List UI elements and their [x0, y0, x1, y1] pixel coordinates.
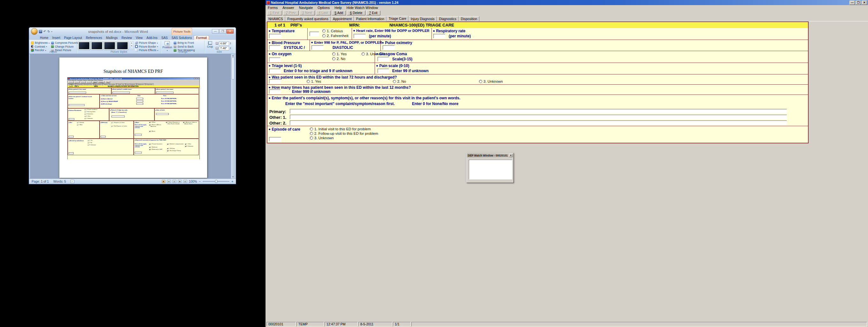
heart-rate-input[interactable] — [353, 34, 366, 38]
undo-icon[interactable]: ↶ — [43, 30, 46, 33]
word-count[interactable]: Words: 5 — [53, 180, 66, 183]
height-spinner[interactable]: 4.68"▲▼ — [216, 41, 231, 46]
tab-triage-care[interactable]: Triage Care — [386, 16, 408, 21]
tab-diagnostics[interactable]: Diagnostics — [437, 16, 459, 21]
compress-pictures-button[interactable]: Compress Pictures — [51, 41, 78, 45]
fahrenheit-option[interactable]: 2. Fahrenheit — [322, 34, 348, 38]
maximize-button[interactable]: ❐ — [856, 1, 861, 5]
document-scrollbar[interactable]: ▲ ▼ — [231, 54, 235, 179]
pain-scale-input[interactable] — [377, 69, 389, 73]
picture-style-thumbnail[interactable] — [117, 41, 128, 50]
tab-references[interactable]: References — [84, 36, 104, 40]
picture-style-thumbnail[interactable] — [78, 41, 90, 50]
pulse-oximetry-input[interactable] — [383, 46, 395, 50]
contrast-button[interactable]: Contrast▾ — [31, 45, 50, 49]
menu-options[interactable]: Options — [317, 6, 330, 9]
primary-complaint-input[interactable] — [290, 109, 787, 114]
word-titlebar[interactable]: ↶ ↻ ▾ snapshots of ed.docx - Microsoft W… — [29, 27, 236, 35]
first-button[interactable]: 1 First — [267, 10, 282, 15]
delete-button[interactable]: 6 Delete — [347, 10, 365, 15]
zoom-out-icon[interactable]: − — [199, 180, 201, 183]
gallery-scroll[interactable]: ▲▼⌄ — [130, 41, 133, 50]
stepper-icons[interactable]: ▲▼ — [230, 47, 231, 50]
episode-unknown-option[interactable]: 3. Unknown — [310, 136, 334, 140]
menu-forms[interactable]: Forms — [268, 6, 278, 9]
respiratory-rate-input[interactable] — [433, 34, 445, 38]
fullscreen-view-button[interactable]: ▤ — [167, 180, 171, 183]
tab-patient-information[interactable]: Patient Information — [354, 16, 386, 21]
close-button[interactable]: ✕ — [862, 1, 867, 5]
minimize-button[interactable]: — — [849, 1, 855, 5]
menu-hide-watch-window[interactable]: Hide Watch Window — [347, 6, 378, 9]
episode-followup-option[interactable]: 2. Follow-up visit to this ED for proble… — [310, 131, 378, 136]
tab-insert[interactable]: Insert — [51, 36, 62, 40]
tab-appointment[interactable]: Appointment — [331, 16, 354, 21]
restore-button[interactable]: ❐ — [219, 29, 226, 33]
oxygen-yes-option[interactable]: 1. Yes — [332, 52, 347, 56]
redo-icon[interactable]: ↻ — [47, 30, 50, 33]
exit-button[interactable]: 7 Exit — [366, 10, 380, 15]
zoom-in-icon[interactable]: + — [231, 180, 233, 183]
tab-injury-diagnosis[interactable]: Injury Diagnosis — [408, 16, 437, 21]
other1-complaint-input[interactable] — [290, 115, 787, 119]
spellcheck-icon[interactable]: ✓ — [70, 180, 74, 183]
tab-nhamcs[interactable]: NHAMCS — [266, 16, 285, 21]
height-value[interactable]: 4.68" — [219, 41, 229, 46]
send-to-back-button[interactable]: Send to Back — [174, 45, 195, 49]
episode-initial-option[interactable]: 1. Initial visit to this ED for problem — [310, 127, 371, 131]
crop-button[interactable]: Crop — [206, 41, 214, 48]
minimize-button[interactable]: — — [212, 29, 219, 33]
systolic-input[interactable] — [269, 46, 280, 50]
picture-shape-button[interactable]: Picture Shape▾ — [135, 41, 158, 45]
other2-complaint-input[interactable] — [290, 120, 787, 125]
zoom-level[interactable]: 100% — [189, 180, 197, 183]
change-picture-button[interactable]: Change Picture — [51, 45, 78, 49]
diastolic-input[interactable] — [311, 46, 323, 50]
close-button[interactable]: ✕ — [226, 29, 234, 33]
brightness-button[interactable]: Brightness▾ — [31, 41, 50, 45]
menu-navigate[interactable]: Navigate — [299, 6, 313, 9]
on-oxygen-input[interactable] — [269, 58, 280, 62]
scrollbar-thumb[interactable] — [232, 57, 235, 80]
watch-window-titlebar[interactable]: DEP Watch Window - 00020101 ✕ — [467, 153, 514, 157]
episode-input[interactable] — [269, 137, 281, 142]
add-button[interactable]: 5 Add — [332, 10, 346, 15]
menu-answer[interactable]: Answer — [282, 6, 294, 9]
print-layout-view-button[interactable]: ▣ — [162, 180, 165, 183]
tab-mailings[interactable]: Mailings — [104, 36, 120, 40]
tab-sas-solutions[interactable]: SAS Solutions — [169, 36, 194, 40]
triage-level-input[interactable] — [269, 69, 280, 73]
visits-12-input[interactable] — [269, 89, 280, 94]
embedded-screenshot-image[interactable]: National Hospital Ambulatory Medical Car… — [67, 77, 200, 159]
tab-add-ins[interactable]: Add-Ins — [145, 36, 159, 40]
qat-menu-icon[interactable]: ▾ — [51, 30, 52, 33]
nhamcs-titlebar[interactable]: National Hospital Ambulatory Medical Car… — [266, 0, 868, 5]
web-layout-view-button[interactable]: ▥ — [173, 180, 176, 183]
seen72-no-option[interactable]: 2. No — [393, 80, 406, 83]
seen-72-input[interactable] — [269, 79, 280, 84]
draft-view-button[interactable]: ▧ — [184, 180, 187, 183]
tab-view[interactable]: View — [134, 36, 145, 40]
seen72-yes-option[interactable]: 1. Yes — [307, 80, 321, 83]
picture-style-thumbnail[interactable] — [104, 41, 116, 50]
glasgow-input[interactable] — [377, 57, 389, 61]
picture-style-thumbnail[interactable] — [91, 41, 103, 50]
tab-home[interactable]: Home — [38, 36, 51, 40]
last-button[interactable]: 4 Last — [316, 10, 331, 15]
tab-sas[interactable]: SAS — [159, 36, 169, 40]
tab-faq[interactable]: Frequently asked questions — [285, 16, 331, 21]
zoom-slider-thumb[interactable] — [215, 180, 217, 183]
watch-close-button[interactable]: ✕ — [509, 154, 513, 157]
temperature-unit-input[interactable] — [310, 32, 319, 36]
save-icon[interactable] — [39, 30, 42, 33]
tab-page-layout[interactable]: Page Layout — [62, 36, 84, 40]
oxygen-no-option[interactable]: 2. No — [332, 57, 346, 61]
tab-format[interactable]: Format — [194, 35, 209, 40]
picture-border-button[interactable]: Picture Border▾ — [135, 45, 158, 49]
bring-to-front-button[interactable]: Bring to Front — [174, 41, 195, 45]
next-button[interactable]: 3 Next — [300, 10, 315, 15]
office-button[interactable] — [31, 28, 38, 35]
tab-review[interactable]: Review — [120, 36, 134, 40]
prev-button[interactable]: 2 Prev — [283, 10, 299, 15]
menu-help[interactable]: Help — [335, 6, 342, 9]
